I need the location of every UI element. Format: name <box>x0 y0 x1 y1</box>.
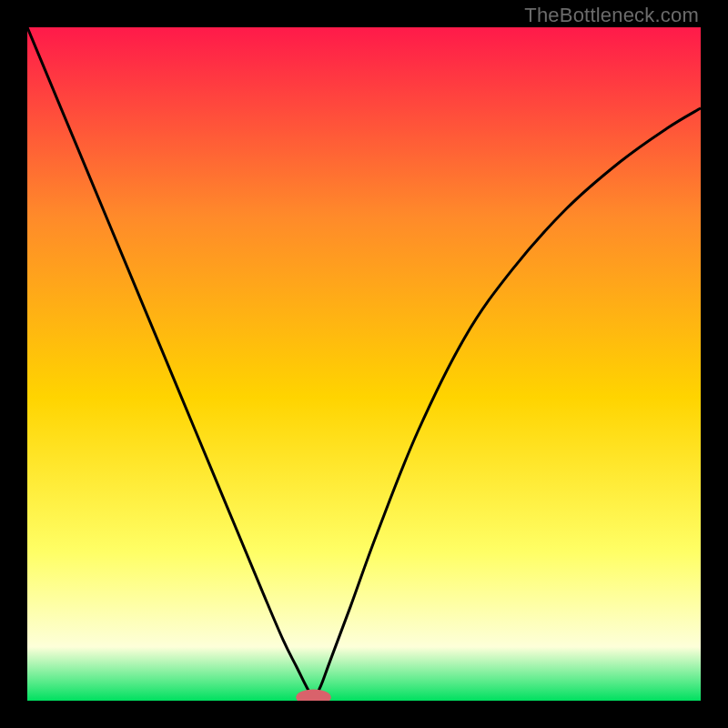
watermark-text: TheBottleneck.com <box>524 4 699 27</box>
gradient-background <box>27 27 701 701</box>
plot-area <box>27 27 701 701</box>
chart-frame: TheBottleneck.com <box>0 0 728 728</box>
chart-svg <box>27 27 701 701</box>
